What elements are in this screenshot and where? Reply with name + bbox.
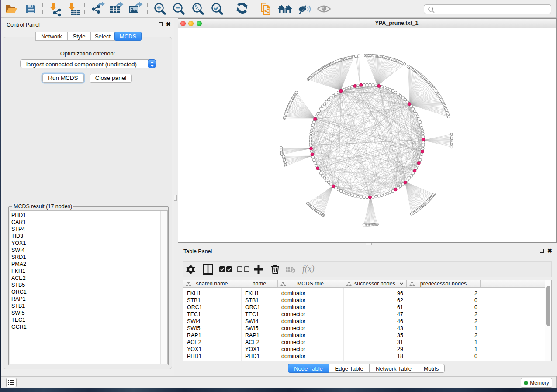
svg-text:f(x): f(x) bbox=[302, 264, 315, 274]
